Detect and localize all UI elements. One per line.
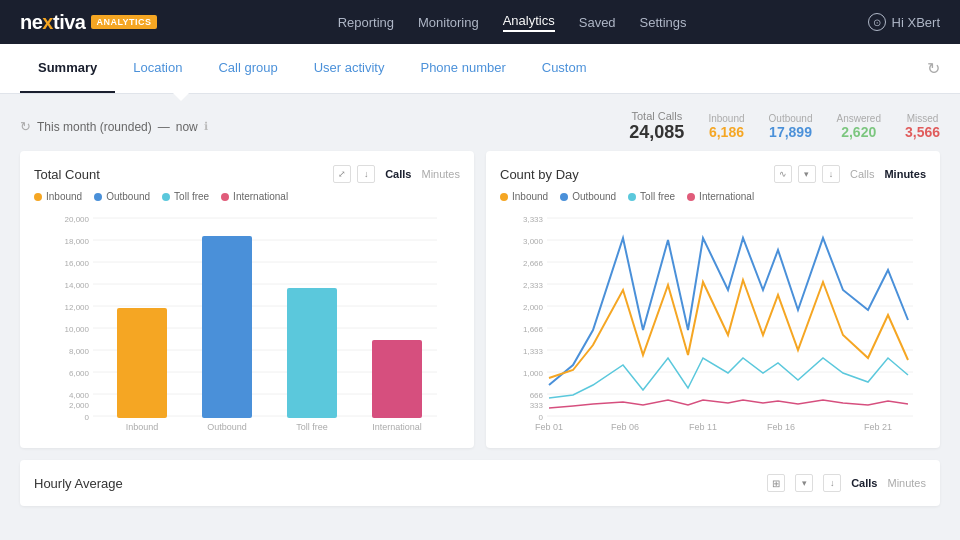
tab-phonenumber[interactable]: Phone number	[402, 44, 523, 93]
content: ↻ This month (rounded) — now ℹ Total Cal…	[0, 94, 960, 516]
svg-text:Feb 11: Feb 11	[689, 422, 717, 430]
count-by-day-title: Count by Day	[500, 167, 579, 182]
svg-text:8,000: 8,000	[69, 347, 90, 356]
svg-text:Toll free: Toll free	[296, 422, 328, 430]
tab-location[interactable]: Location	[115, 44, 200, 93]
hourly-average-title: Hourly Average	[34, 476, 123, 491]
svg-text:16,000: 16,000	[65, 259, 90, 268]
logo: nextiva	[20, 11, 85, 34]
hourly-download-icon[interactable]: ↓	[823, 474, 841, 492]
svg-text:666: 666	[530, 391, 544, 400]
hourly-controls: ⊞ ▾ ↓ Calls Minutes	[767, 474, 926, 492]
line-filter-icon[interactable]: ▾	[798, 165, 816, 183]
inbound-label: Inbound	[708, 113, 744, 124]
line-legend-dot-inbound	[500, 193, 508, 201]
total-count-legend: Inbound Outbound Toll free International	[34, 191, 460, 202]
count-by-day-card: Count by Day ∿ ▾ ↓ Calls Minutes Inbound	[486, 151, 940, 448]
legend-tollfree: Toll free	[162, 191, 209, 202]
date-label: ↻ This month (rounded) — now ℹ	[20, 119, 208, 134]
line-minutes-toggle[interactable]: Minutes	[884, 168, 926, 180]
hourly-average-row: Hourly Average ⊞ ▾ ↓ Calls Minutes	[20, 460, 940, 506]
svg-text:3,333: 3,333	[523, 215, 544, 224]
inbound-value: 6,186	[708, 124, 744, 140]
line-calls-toggle[interactable]: Calls	[850, 168, 874, 180]
legend-international-label: International	[233, 191, 288, 202]
legend-international: International	[221, 191, 288, 202]
hourly-filter-icon[interactable]: ▾	[795, 474, 813, 492]
svg-rect-23	[287, 288, 337, 418]
line-download-icon[interactable]: ↓	[822, 165, 840, 183]
answered-value: 2,620	[836, 124, 880, 140]
line-chart-svg: 3,333 3,000 2,666 2,333 2,000 1,666 1,33…	[500, 210, 926, 430]
count-by-day-legend: Inbound Outbound Toll free International	[500, 191, 926, 202]
subnav-arrow	[173, 93, 189, 101]
line-chart-icon-group: ∿ ▾ ↓	[774, 165, 840, 183]
logo-area: nextiva ANALYTICS	[20, 11, 157, 34]
nav-analytics[interactable]: Analytics	[503, 13, 555, 32]
svg-rect-24	[372, 340, 422, 418]
line-trend-icon[interactable]: ∿	[774, 165, 792, 183]
svg-text:10,000: 10,000	[65, 325, 90, 334]
tab-custom[interactable]: Custom	[524, 44, 605, 93]
svg-text:International: International	[372, 422, 422, 430]
refresh-icon[interactable]: ↻	[927, 59, 940, 78]
svg-text:2,666: 2,666	[523, 259, 544, 268]
line-legend-inbound-label: Inbound	[512, 191, 548, 202]
svg-text:0: 0	[85, 413, 90, 422]
line-legend-outbound-label: Outbound	[572, 191, 616, 202]
outbound-value: 17,899	[769, 124, 813, 140]
nav-links: Reporting Monitoring Analytics Saved Set…	[338, 13, 687, 32]
line-legend-dot-outbound	[560, 193, 568, 201]
outbound-label: Outbound	[769, 113, 813, 124]
svg-text:Feb 16: Feb 16	[767, 422, 795, 430]
line-legend-inbound: Inbound	[500, 191, 548, 202]
user-area: ⊙ Hi XBert	[868, 13, 940, 31]
date-separator: —	[158, 120, 170, 134]
total-calls-value: 24,085	[629, 122, 684, 143]
total-calls-label: Total Calls	[629, 110, 684, 122]
svg-text:Feb 21: Feb 21	[864, 422, 892, 430]
minutes-toggle[interactable]: Minutes	[421, 168, 460, 180]
hourly-trend-icon[interactable]: ⊞	[767, 474, 785, 492]
expand-icon[interactable]: ⤢	[333, 165, 351, 183]
user-greeting: Hi XBert	[892, 15, 940, 30]
header: nextiva ANALYTICS Reporting Monitoring A…	[0, 0, 960, 44]
svg-text:2,000: 2,000	[69, 401, 90, 410]
legend-tollfree-label: Toll free	[174, 191, 209, 202]
total-calls-stat: Total Calls 24,085	[629, 110, 684, 143]
nav-saved[interactable]: Saved	[579, 15, 616, 30]
tab-useractivity[interactable]: User activity	[296, 44, 403, 93]
svg-text:1,000: 1,000	[523, 369, 544, 378]
legend-outbound-label: Outbound	[106, 191, 150, 202]
analytics-badge: ANALYTICS	[91, 15, 156, 29]
svg-text:2,000: 2,000	[523, 303, 544, 312]
missed-value: 3,566	[905, 124, 940, 140]
subnav: Summary Location Call group User activit…	[0, 44, 960, 94]
legend-inbound: Inbound	[34, 191, 82, 202]
legend-inbound-label: Inbound	[46, 191, 82, 202]
line-legend-tollfree-label: Toll free	[640, 191, 675, 202]
tab-summary[interactable]: Summary	[20, 44, 115, 93]
answered-label: Answered	[836, 113, 880, 124]
missed-label: Missed	[905, 113, 940, 124]
total-calls-area: Total Calls 24,085 Inbound 6,186 Outboun…	[629, 110, 940, 143]
download-icon[interactable]: ↓	[357, 165, 375, 183]
svg-text:20,000: 20,000	[65, 215, 90, 224]
nav-reporting[interactable]: Reporting	[338, 15, 394, 30]
nav-monitoring[interactable]: Monitoring	[418, 15, 479, 30]
charts-row: Total Count ⤢ ↓ Calls Minutes Inbound	[20, 151, 940, 448]
calls-toggle[interactable]: Calls	[385, 168, 411, 180]
hourly-calls-toggle[interactable]: Calls	[851, 477, 877, 489]
total-count-controls: ⤢ ↓ Calls Minutes	[333, 165, 460, 183]
date-period: This month (rounded)	[37, 120, 152, 134]
nav-settings[interactable]: Settings	[640, 15, 687, 30]
hourly-minutes-toggle[interactable]: Minutes	[887, 477, 926, 489]
legend-dot-tollfree	[162, 193, 170, 201]
tab-callgroup[interactable]: Call group	[200, 44, 295, 93]
user-icon: ⊙	[868, 13, 886, 31]
line-legend-tollfree: Toll free	[628, 191, 675, 202]
total-count-header: Total Count ⤢ ↓ Calls Minutes	[34, 165, 460, 183]
date-refresh-icon[interactable]: ↻	[20, 119, 31, 134]
svg-text:6,000: 6,000	[69, 369, 90, 378]
count-by-day-controls: ∿ ▾ ↓ Calls Minutes	[774, 165, 926, 183]
